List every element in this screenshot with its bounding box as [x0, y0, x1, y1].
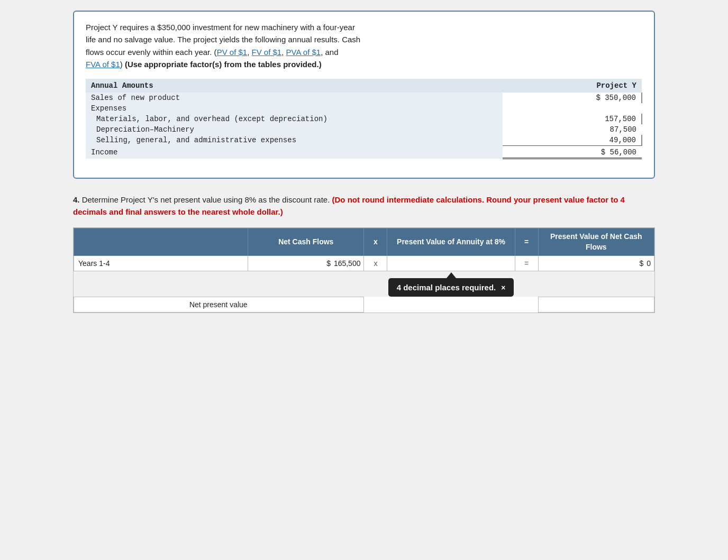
- npv-header-pva: Present Value of Annuity at 8%: [387, 228, 515, 256]
- project-box: Project Y requires a $350,000 investment…: [73, 11, 655, 179]
- question-number: 4.: [73, 195, 80, 204]
- fva-link[interactable]: FVA of $1: [86, 60, 120, 69]
- table-row: Expenses: [86, 103, 642, 114]
- description-text: Project Y requires a $350,000 investment…: [86, 23, 355, 32]
- npv-input[interactable]: [544, 300, 649, 309]
- annual-col-label-header: Annual Amounts: [86, 79, 503, 93]
- row-value-depreciation: 87,500: [503, 124, 642, 135]
- project-description: Project Y requires a $350,000 investment…: [86, 21, 642, 70]
- npv-header-eq: =: [515, 228, 538, 256]
- description-text2: life and no salvage value. The project y…: [86, 35, 360, 44]
- pva-input[interactable]: [393, 259, 509, 268]
- row-value-sales: $ 350,000: [503, 93, 642, 103]
- table-row: Selling, general, and administrative exp…: [86, 135, 642, 146]
- row-label-sales: Sales of new product: [86, 93, 503, 103]
- table-row: Sales of new product $ 350,000: [86, 93, 642, 103]
- npv-header-pv: Present Value of Net Cash Flows: [538, 228, 654, 256]
- row-label-selling: Selling, general, and administrative exp…: [86, 135, 503, 146]
- years-ncf-cell: $ 165,500: [248, 256, 364, 271]
- years-x: x: [364, 256, 387, 271]
- row-label-materials: Materials, labor, and overhead (except d…: [86, 114, 503, 124]
- npv-header-label: [74, 228, 248, 256]
- tooltip-row: 4 decimal places required. ×: [74, 271, 654, 297]
- page-container: Project Y requires a $350,000 investment…: [73, 11, 655, 313]
- npv-table-wrapper: Net Cash Flows x Present Value of Annuit…: [73, 227, 655, 313]
- tooltip-close-button[interactable]: ×: [501, 283, 505, 292]
- pva-link[interactable]: PVA of $1: [286, 48, 321, 57]
- years-label: Years 1-4: [74, 256, 248, 271]
- row-label-income: Income: [86, 146, 503, 159]
- description-text3: flows occur evenly within each year. (: [86, 48, 217, 57]
- annual-table-header: Annual Amounts Project Y: [86, 79, 642, 93]
- ncf-dollar: $: [326, 259, 331, 268]
- npv-result-value[interactable]: [538, 297, 654, 312]
- table-row: Depreciation–Machinery 87,500: [86, 124, 642, 135]
- npv-result-label: Net present value: [74, 297, 364, 312]
- annual-amounts-table: Annual Amounts Project Y Sales of new pr…: [86, 79, 642, 168]
- npv-result-row: Net present value: [74, 297, 654, 312]
- years-pv-cell: $ 0: [538, 256, 654, 271]
- description-bold: (Use appropriate factor(s) from the tabl…: [125, 60, 322, 69]
- row-label-depreciation: Depreciation–Machinery: [86, 124, 503, 135]
- row-value-materials: 157,500: [503, 114, 642, 124]
- row-label-expenses: Expenses: [86, 103, 503, 114]
- question-section: 4. Determine Project Y's net present val…: [73, 194, 655, 313]
- annual-col-value-header: Project Y: [503, 79, 642, 93]
- years-eq: =: [515, 256, 538, 271]
- npv-header-ncf: Net Cash Flows: [248, 228, 364, 256]
- row-value-expenses: [503, 103, 642, 114]
- row-value-selling: 49,000: [503, 135, 642, 146]
- pv-dollar: $: [640, 259, 644, 268]
- fv-link[interactable]: FV of $1: [252, 48, 282, 57]
- pv-value: 0: [647, 259, 651, 268]
- row-value-income: $ 56,000: [503, 146, 642, 159]
- spacer-row: [86, 159, 642, 168]
- tooltip-box: 4 decimal places required. ×: [388, 278, 514, 297]
- pv-link[interactable]: PV of $1: [217, 48, 248, 57]
- years-row: Years 1-4 $ 165,500 x = $ 0: [74, 256, 654, 271]
- npv-table-header-row: Net Cash Flows x Present Value of Annuit…: [74, 228, 654, 256]
- table-row-income: Income $ 56,000: [86, 146, 642, 159]
- question-text-normal: Determine Project Y's net present value …: [82, 195, 332, 204]
- npv-table: Net Cash Flows x Present Value of Annuit…: [74, 228, 654, 313]
- ncf-value: 165,500: [334, 259, 361, 268]
- tooltip-text: 4 decimal places required.: [397, 283, 496, 292]
- years-pva-cell: [387, 256, 515, 271]
- table-row: Materials, labor, and overhead (except d…: [86, 114, 642, 124]
- question-text: 4. Determine Project Y's net present val…: [73, 194, 655, 218]
- npv-header-x: x: [364, 228, 387, 256]
